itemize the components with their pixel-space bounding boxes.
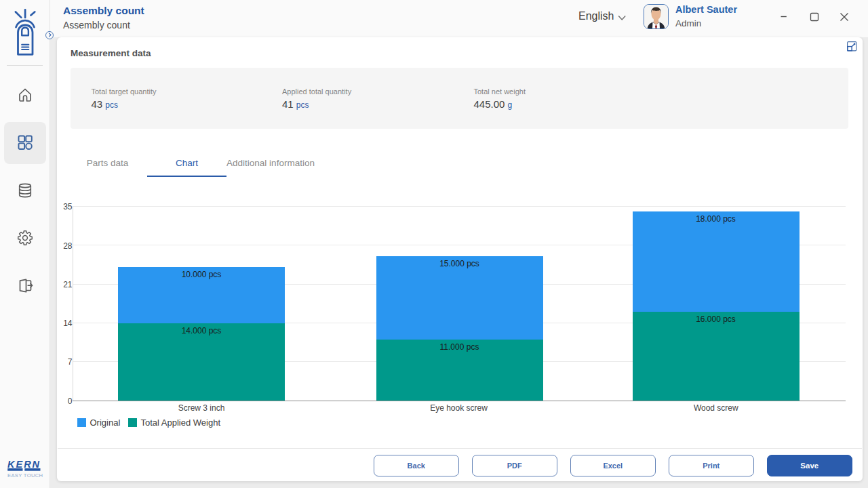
svg-text:KERN: KERN (7, 459, 41, 470)
svg-text:EASY TOUCH: EASY TOUCH (7, 472, 43, 479)
